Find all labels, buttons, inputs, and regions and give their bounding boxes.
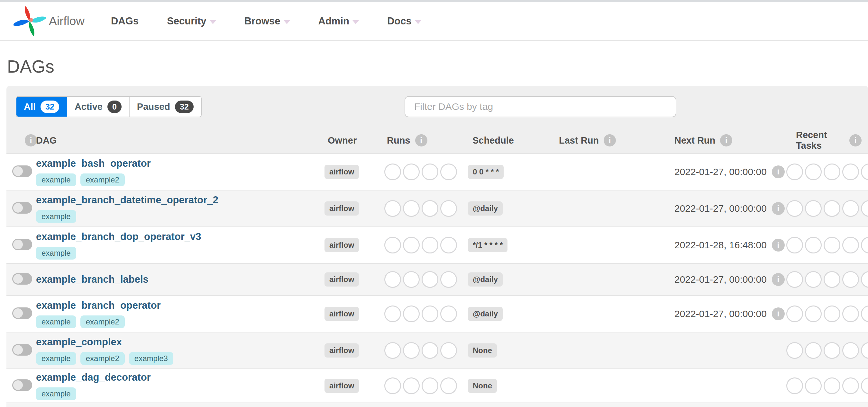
- schedule-badge[interactable]: None: [468, 379, 497, 393]
- task-status-circle[interactable]: [403, 305, 420, 322]
- task-status-circle[interactable]: [786, 164, 803, 180]
- dag-tag-example[interactable]: example: [36, 247, 76, 260]
- pause-toggle[interactable]: [12, 202, 32, 214]
- task-status-circle[interactable]: [786, 305, 803, 322]
- dag-tag-example[interactable]: example: [36, 387, 76, 400]
- task-status-circle[interactable]: [861, 200, 868, 217]
- schedule-badge[interactable]: 0 0 * * *: [468, 165, 504, 179]
- task-status-circle[interactable]: [842, 271, 859, 288]
- task-status-circle[interactable]: [824, 271, 840, 288]
- task-status-circle[interactable]: [384, 200, 401, 217]
- dag-name-link[interactable]: example_dag_decorator: [36, 372, 151, 383]
- task-status-circle[interactable]: [786, 271, 803, 288]
- task-status-circle[interactable]: [842, 200, 859, 217]
- task-status-circle[interactable]: [403, 164, 420, 180]
- task-status-circle[interactable]: [422, 271, 438, 288]
- dag-tag-example2[interactable]: example2: [81, 315, 125, 328]
- dag-name-link[interactable]: example_bash_operator: [36, 158, 151, 169]
- task-status-circle[interactable]: [824, 342, 840, 359]
- task-status-circle[interactable]: [440, 164, 457, 180]
- schedule-badge[interactable]: @daily: [468, 272, 503, 286]
- task-status-circle[interactable]: [422, 305, 438, 322]
- schedule-badge[interactable]: None: [468, 343, 497, 358]
- task-status-circle[interactable]: [805, 271, 822, 288]
- task-status-circle[interactable]: [861, 342, 868, 359]
- task-status-circle[interactable]: [384, 164, 401, 180]
- brand-text[interactable]: Airflow: [49, 14, 85, 28]
- task-status-circle[interactable]: [384, 271, 401, 288]
- dag-tag-example[interactable]: example: [36, 210, 76, 223]
- task-status-circle[interactable]: [440, 342, 457, 359]
- task-status-circle[interactable]: [422, 164, 438, 180]
- task-status-circle[interactable]: [786, 200, 803, 217]
- info-icon[interactable]: i: [772, 165, 785, 178]
- task-status-circle[interactable]: [422, 342, 438, 359]
- task-status-circle[interactable]: [824, 237, 840, 253]
- task-status-circle[interactable]: [861, 305, 868, 322]
- schedule-badge[interactable]: @daily: [468, 201, 503, 215]
- filter-tab-paused[interactable]: Paused 32: [130, 97, 201, 116]
- dag-name-link[interactable]: example_branch_operator: [36, 300, 161, 311]
- task-status-circle[interactable]: [422, 237, 438, 253]
- task-status-circle[interactable]: [786, 342, 803, 359]
- task-status-circle[interactable]: [440, 237, 457, 253]
- task-status-circle[interactable]: [861, 377, 868, 394]
- task-status-circle[interactable]: [440, 377, 457, 394]
- task-status-circle[interactable]: [384, 342, 401, 359]
- task-status-circle[interactable]: [805, 305, 822, 322]
- dag-tag-example[interactable]: example: [36, 352, 76, 365]
- task-status-circle[interactable]: [805, 200, 822, 217]
- column-header-next-run[interactable]: Next Run i: [671, 134, 786, 146]
- pause-toggle[interactable]: [12, 239, 32, 250]
- task-status-circle[interactable]: [422, 200, 438, 217]
- info-icon[interactable]: i: [415, 134, 427, 146]
- task-status-circle[interactable]: [824, 377, 840, 394]
- task-status-circle[interactable]: [861, 237, 868, 253]
- schedule-badge[interactable]: @daily: [468, 307, 503, 321]
- column-header-runs[interactable]: Runs i: [384, 134, 468, 146]
- task-status-circle[interactable]: [842, 164, 859, 180]
- dag-tag-example[interactable]: example: [36, 173, 76, 186]
- filter-tab-active[interactable]: Active 0: [67, 97, 130, 116]
- info-icon[interactable]: i: [720, 134, 732, 146]
- task-status-circle[interactable]: [805, 377, 822, 394]
- task-status-circle[interactable]: [805, 237, 822, 253]
- info-icon[interactable]: i: [772, 202, 785, 215]
- column-header-last-run[interactable]: Last Run i: [556, 134, 671, 146]
- filter-tab-all[interactable]: All 32: [17, 97, 67, 116]
- task-status-circle[interactable]: [403, 237, 420, 253]
- dag-name-link[interactable]: example_branch_labels: [36, 274, 149, 285]
- task-status-circle[interactable]: [842, 342, 859, 359]
- task-status-circle[interactable]: [824, 200, 840, 217]
- info-icon[interactable]: i: [603, 134, 616, 146]
- task-status-circle[interactable]: [842, 305, 859, 322]
- airflow-logo-icon[interactable]: [13, 5, 46, 37]
- task-status-circle[interactable]: [842, 237, 859, 253]
- task-status-circle[interactable]: [440, 305, 457, 322]
- nav-item-security[interactable]: Security: [167, 15, 216, 27]
- task-status-circle[interactable]: [403, 377, 420, 394]
- column-header[interactable]: i: [6, 134, 36, 146]
- task-status-circle[interactable]: [786, 237, 803, 253]
- nav-item-dags[interactable]: DAGs: [111, 15, 138, 27]
- dag-tag-example3[interactable]: example3: [129, 352, 173, 365]
- dag-name-link[interactable]: example_branch_dop_operator_v3: [36, 231, 201, 242]
- task-status-circle[interactable]: [403, 200, 420, 217]
- task-status-circle[interactable]: [786, 377, 803, 394]
- column-header-recent-tasks[interactable]: Recent Tasks i: [786, 130, 862, 151]
- task-status-circle[interactable]: [403, 342, 420, 359]
- pause-toggle[interactable]: [12, 273, 32, 284]
- dag-tag-example[interactable]: example: [36, 315, 76, 328]
- task-status-circle[interactable]: [440, 271, 457, 288]
- task-status-circle[interactable]: [861, 164, 868, 180]
- task-status-circle[interactable]: [440, 200, 457, 217]
- task-status-circle[interactable]: [824, 164, 840, 180]
- column-header-owner[interactable]: Owner: [324, 135, 384, 146]
- task-status-circle[interactable]: [384, 305, 401, 322]
- task-status-circle[interactable]: [403, 271, 420, 288]
- info-icon[interactable]: i: [25, 134, 37, 146]
- task-status-circle[interactable]: [842, 377, 859, 394]
- pause-toggle[interactable]: [12, 344, 32, 355]
- info-icon[interactable]: i: [772, 307, 785, 320]
- task-status-circle[interactable]: [805, 342, 822, 359]
